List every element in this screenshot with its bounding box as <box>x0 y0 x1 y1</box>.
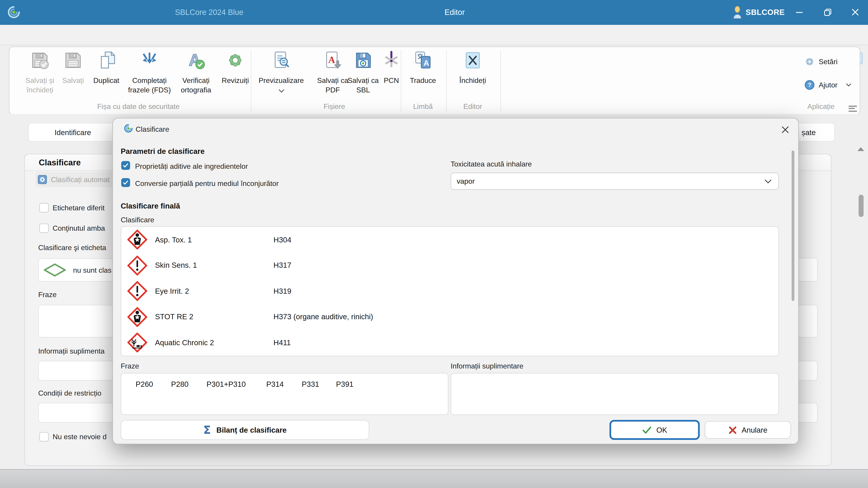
partial-tab-label: șate <box>802 128 816 136</box>
phrases-field-label: Fraze <box>38 291 57 299</box>
dialog-close-button[interactable] <box>779 123 791 135</box>
hazard-statement-code: H304 <box>274 236 291 244</box>
chevron-down-icon <box>765 179 772 184</box>
classification-row[interactable]: STOT RE 2 H373 (organe auditive, rinichi… <box>121 304 778 330</box>
p-phrase[interactable]: P314 <box>266 380 284 388</box>
pcn-button[interactable]: PCN <box>379 49 404 85</box>
p-phrases-box[interactable]: P260 P280 P301+P310 P314 P331 P391 <box>121 373 448 415</box>
save-as-pdf-button[interactable]: A Salvați ca PDF <box>317 49 349 95</box>
group-label-fisa: Fișa cu date de securitate <box>78 102 199 111</box>
minimize-button[interactable] <box>792 4 807 20</box>
sigma-icon: Σ <box>203 423 211 436</box>
classification-balance-button[interactable]: Σ Bilanț de clasificare <box>121 420 369 440</box>
toxicity-dropdown[interactable]: vapor <box>451 173 779 190</box>
translate-label: Traduce <box>405 76 441 86</box>
scrollbar-thumb[interactable] <box>859 195 864 217</box>
dialog-scrollbar-thumb[interactable] <box>792 151 794 301</box>
help-button[interactable]: ? Ajutor <box>804 80 851 90</box>
group-options-icon[interactable] <box>848 104 857 113</box>
classification-list[interactable]: Asp. Tox. 1 H304 Skin Sens. 1 H317 E <box>121 226 779 357</box>
section-tab-identificare[interactable]: Identificare <box>28 123 117 142</box>
classification-row[interactable]: Skin Sens. 1 H317 <box>121 253 778 278</box>
p-phrase[interactable]: P260 <box>135 380 153 388</box>
p-phrase[interactable]: P280 <box>171 380 188 388</box>
hazard-class-name: Skin Sens. 1 <box>155 261 274 270</box>
group-label-limba: Limbă <box>401 102 445 111</box>
different-labeling-checkbox[interactable] <box>39 203 49 213</box>
check-icon <box>122 162 129 169</box>
fill-phrases-label: Completați frazele (FDS) <box>124 76 175 95</box>
svg-text:A: A <box>328 55 335 65</box>
svg-text:A: A <box>423 59 429 67</box>
close-editor-button[interactable]: Închideți <box>454 49 492 85</box>
classification-list-label: Clasificare <box>121 216 154 224</box>
ghs07-exclamation-icon <box>127 255 148 276</box>
scrollbar-up-arrow[interactable] <box>857 147 864 151</box>
revise-gear-icon <box>216 49 254 74</box>
hazard-class-name: STOT RE 2 <box>155 313 274 321</box>
application-window: SBLCore 2024 Blue Editor SBLCORE Fișele … <box>0 0 868 488</box>
sbl-save-icon <box>347 49 379 74</box>
classification-row[interactable]: Asp. Tox. 1 H304 <box>121 227 778 253</box>
ribbon-toolbar: Salvați și închideți Salvați <box>9 46 860 115</box>
restriction-conditions-field[interactable] <box>38 403 114 423</box>
p-phrase[interactable]: P301+P310 <box>206 380 246 388</box>
auto-classify-gear-icon <box>38 175 47 184</box>
balance-label: Bilanț de clasificare <box>216 426 287 434</box>
close-icon <box>781 125 789 134</box>
ghs08-health-hazard-icon <box>127 306 148 327</box>
fill-phrases-button[interactable]: Completați frazele (FDS) <box>124 49 175 95</box>
classification-row[interactable]: Aquatic Chronic 2 H411 <box>121 330 778 356</box>
spellcheck-button[interactable]: A Verificați ortografia <box>174 49 218 95</box>
preview-button[interactable]: Previzualizare <box>252 49 310 95</box>
duplicate-button[interactable]: Duplicat <box>89 49 124 85</box>
user-name: SBLCORE <box>746 8 785 17</box>
package-content-checkbox[interactable] <box>39 223 49 233</box>
pdf-icon: A <box>317 49 349 74</box>
final-classification-heading: Clasificare finală <box>121 202 180 210</box>
different-labeling-label: Etichetare diferit <box>53 203 112 212</box>
settings-button[interactable]: Setări <box>804 57 837 67</box>
restore-button[interactable] <box>820 4 835 20</box>
classification-row[interactable]: Eye Irrit. 2 H319 <box>121 278 778 304</box>
settings-gear-icon <box>804 57 815 67</box>
close-editor-icon <box>454 49 492 74</box>
additive-properties-checkbox[interactable] <box>121 161 130 170</box>
svg-text:?: ? <box>808 82 811 88</box>
preview-label: Previzualizare <box>252 76 310 86</box>
save-as-sbl-button[interactable]: Salvați ca SBL <box>347 49 379 95</box>
ghs07-exclamation-icon <box>127 281 148 302</box>
partial-conversion-checkbox[interactable] <box>121 178 130 187</box>
close-editor-label: Închideți <box>454 76 492 86</box>
hazard-statement-code: H319 <box>274 287 291 295</box>
save-and-close-button[interactable]: Salvați și închideți <box>22 49 58 95</box>
ghs09-environment-icon <box>127 332 148 353</box>
save-icon <box>59 49 87 74</box>
user-avatar-icon <box>732 5 743 19</box>
save-button[interactable]: Salvați <box>59 49 87 85</box>
classification-dialog: Clasificare Parametri de clasificare Pro… <box>112 118 799 445</box>
not-classified-field[interactable]: nu sunt clas <box>38 258 114 282</box>
no-need-checkbox[interactable] <box>39 432 49 442</box>
auto-classify-label: Clasificați automat <box>51 175 110 184</box>
hazard-statement-code: H373 (organe auditive, rinichi) <box>274 313 373 321</box>
identificare-label: Identificare <box>55 128 91 136</box>
preview-icon <box>252 49 310 74</box>
save-close-icon <box>22 49 58 74</box>
help-icon: ? <box>804 80 815 90</box>
ok-button[interactable]: OK <box>610 420 700 440</box>
translate-button[interactable]: A Traduce <box>405 49 441 85</box>
close-window-button[interactable] <box>847 4 863 20</box>
phrases-field[interactable] <box>38 305 114 337</box>
additional-info-field[interactable] <box>38 361 114 381</box>
cancel-button[interactable]: Anulare <box>705 421 791 439</box>
settings-label: Setări <box>819 58 837 66</box>
duplicate-label: Duplicat <box>89 76 124 86</box>
revise-button[interactable]: Revizuiți <box>216 49 254 85</box>
title-bar: SBLCore 2024 Blue Editor SBLCORE <box>0 0 868 25</box>
p-phrase[interactable]: P391 <box>336 380 353 388</box>
duplicate-icon <box>89 49 124 74</box>
pcn-label: PCN <box>379 76 404 86</box>
additional-info-box[interactable] <box>451 373 779 415</box>
p-phrase[interactable]: P331 <box>302 380 319 388</box>
